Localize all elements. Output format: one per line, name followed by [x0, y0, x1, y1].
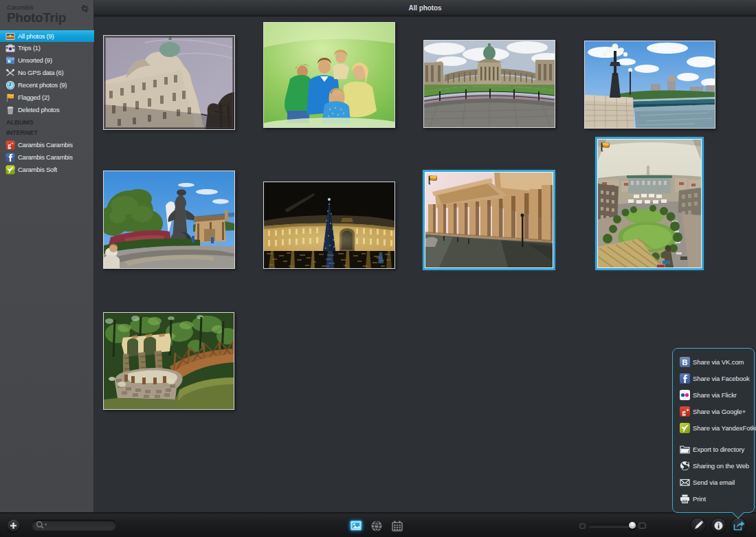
svg-text:B: B	[682, 358, 688, 366]
svg-text:g: g	[8, 142, 11, 149]
svg-text:g: g	[682, 408, 686, 416]
